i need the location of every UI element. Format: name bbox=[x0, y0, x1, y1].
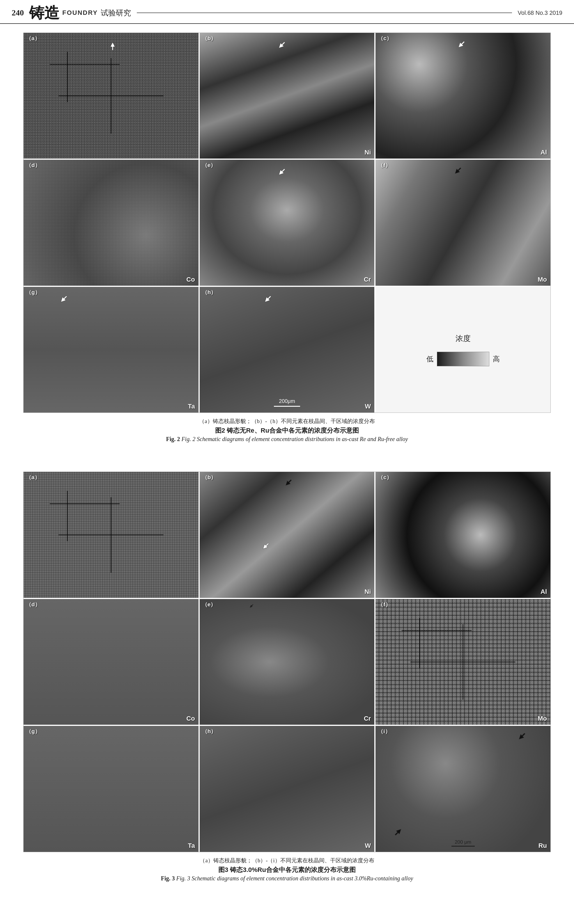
figure-3-cell-h: （h） W bbox=[200, 726, 375, 852]
scale-bar-text-3: 200 μm bbox=[455, 839, 471, 845]
arrow-b bbox=[276, 40, 287, 50]
page-content: （a） （b） Ni （c） Al bbox=[0, 24, 574, 908]
page-number: 240 bbox=[12, 8, 24, 17]
figure-2-cell-f: （f） Mo bbox=[375, 160, 550, 285]
cell-elem-f: Mo bbox=[538, 276, 547, 283]
cell-3-label-h: （h） bbox=[202, 727, 216, 735]
figure-3-caption-sub: （a）铸态枝晶形貌；（b）-（i）不同元素在枝晶间、干区域的浓度分布 bbox=[23, 857, 551, 864]
figure-3-cell-c: （c） Al bbox=[375, 472, 550, 598]
arrow-3-e bbox=[249, 603, 254, 609]
cell-label-f: （f） bbox=[378, 162, 391, 169]
svg-marker-2 bbox=[457, 40, 466, 49]
figure-2-cell-legend: 浓度 低 高 bbox=[375, 287, 550, 412]
cell-elem-g: Ta bbox=[188, 403, 195, 410]
legend-title-2: 浓度 bbox=[456, 334, 471, 343]
cell-3-label-g: （g） bbox=[26, 727, 41, 735]
cell-3-label-i: （i） bbox=[378, 727, 390, 735]
spacer-1 bbox=[23, 457, 551, 472]
figure-3-cell-d: （d） Co bbox=[24, 599, 199, 725]
arrow-g bbox=[58, 294, 69, 304]
cell-3-elem-g: Ta bbox=[188, 842, 195, 850]
figure-2-cell-h: （h） W 200μm bbox=[200, 287, 375, 412]
title-foundry: FOUNDRY bbox=[62, 9, 98, 17]
header-divider bbox=[137, 13, 512, 13]
figure-3-cell-f: （f） Mo bbox=[375, 599, 550, 725]
svg-marker-0 bbox=[110, 42, 115, 50]
svg-marker-4 bbox=[453, 167, 462, 175]
cell-elem-c: Al bbox=[541, 149, 547, 156]
cell-3-elem-i: Ru bbox=[538, 842, 547, 850]
figure-2-cell-b: （b） Ni bbox=[200, 33, 375, 159]
figure-3-cell-e: （e） Cr bbox=[200, 599, 375, 725]
cell-3-elem-e: Cr bbox=[364, 715, 371, 723]
cell-elem-e: Cr bbox=[364, 276, 371, 283]
cell-3-label-f: （f） bbox=[378, 601, 391, 608]
scale-bar-line-3 bbox=[451, 846, 475, 847]
arrow-c bbox=[456, 39, 467, 50]
figure-3-grid: （a） （b） Ni （c） Al （d） Co bbox=[23, 472, 551, 852]
cell-label-h: （h） bbox=[202, 289, 216, 296]
figure-2-section: （a） （b） Ni （c） Al bbox=[23, 33, 551, 442]
cell-label-g: （g） bbox=[26, 289, 41, 296]
figure-2-cell-d: （d） Co bbox=[24, 160, 199, 285]
figure-2-cell-e: （e） Cr bbox=[200, 160, 375, 285]
figure-3-cell-i: （i） Ru 200 μm bbox=[375, 726, 550, 852]
svg-marker-10 bbox=[249, 604, 254, 608]
cell-label-d: （d） bbox=[26, 162, 41, 169]
figure-2-caption-en: Fig. 2 Fig. 2 Schematic diagrams of elem… bbox=[23, 436, 551, 442]
figure-2-caption-sub: （a）铸态枝晶形貌；（b）-（h）不同元素在枝晶间、干区域的浓度分布 bbox=[23, 417, 551, 425]
figure-3-cell-a: （a） bbox=[24, 472, 199, 598]
figure-3-caption-en: Fig. 3 Fig. 3 Schematic diagrams of elem… bbox=[23, 875, 551, 882]
scale-bar-text-2: 200μm bbox=[279, 398, 295, 405]
cell-label-e: （e） bbox=[202, 162, 216, 169]
figure-2-grid: （a） （b） Ni （c） Al bbox=[23, 33, 551, 413]
cell-elem-b: Ni bbox=[364, 149, 371, 156]
svg-marker-8 bbox=[262, 542, 270, 551]
figure-3-cell-b: （b） Ni bbox=[200, 472, 375, 598]
cell-elem-d: Co bbox=[186, 276, 195, 283]
cell-3-elem-d: Co bbox=[186, 715, 195, 723]
figure-2-cell-a: （a） bbox=[24, 33, 199, 159]
cell-3-label-d: （d） bbox=[26, 601, 41, 608]
cell-label-b: （b） bbox=[202, 35, 216, 42]
svg-marker-3 bbox=[277, 168, 286, 176]
arrow-3-i-bottom bbox=[393, 827, 404, 837]
arrow-f bbox=[453, 165, 463, 176]
svg-marker-1 bbox=[277, 41, 286, 49]
cell-label-a: （a） bbox=[26, 35, 40, 42]
arrow-3-i-top bbox=[517, 731, 527, 741]
volume-info: Vol.68 No.3 2019 bbox=[518, 9, 562, 16]
cell-3-elem-c: Al bbox=[541, 588, 547, 595]
svg-marker-6 bbox=[263, 294, 272, 304]
svg-marker-7 bbox=[284, 479, 293, 487]
arrow-a bbox=[107, 41, 118, 52]
figure-2-caption: （a）铸态枝晶形貌；（b）-（h）不同元素在枝晶间、干区域的浓度分布 图2 铸态… bbox=[23, 417, 551, 442]
figure-2-cell-g: （g） Ta bbox=[24, 287, 199, 412]
cell-3-label-a: （a） bbox=[26, 474, 40, 481]
arrow-h bbox=[263, 294, 273, 304]
cell-3-label-c: （c） bbox=[378, 474, 392, 481]
figure-3-section: （a） （b） Ni （c） Al （d） Co bbox=[23, 472, 551, 881]
cell-3-elem-f: Mo bbox=[538, 715, 547, 723]
arrow-e bbox=[276, 167, 287, 177]
figure-2-cell-c: （c） Al bbox=[375, 33, 550, 159]
svg-marker-5 bbox=[59, 294, 68, 304]
arrow-3-b-top bbox=[284, 478, 293, 488]
title-chinese: 试验研究 bbox=[101, 8, 131, 18]
figure-3-caption-cn: 图3 铸态3.0%Ru合金中各元素的浓度分布示意图 bbox=[23, 866, 551, 874]
figure-3-caption: （a）铸态枝晶形貌；（b）-（i）不同元素在枝晶间、干区域的浓度分布 图3 铸态… bbox=[23, 857, 551, 882]
legend-low-2: 低 bbox=[426, 354, 434, 364]
legend-bar-row-2: 低 高 bbox=[426, 352, 500, 366]
cell-elem-h: W bbox=[365, 403, 371, 410]
cell-3-label-b: （b） bbox=[202, 474, 216, 481]
svg-marker-12 bbox=[394, 827, 403, 836]
cell-label-c: （c） bbox=[378, 35, 392, 42]
scale-bar-line-2 bbox=[274, 406, 300, 407]
svg-marker-11 bbox=[517, 732, 526, 741]
cell-3-elem-b: Ni bbox=[364, 588, 371, 595]
title-zhu: 铸造 bbox=[29, 5, 59, 20]
cell-3-label-e: （e） bbox=[202, 601, 216, 608]
journal-title: 铸造 FOUNDRY 试验研究 bbox=[29, 5, 131, 20]
figure-3-cell-g: （g） Ta bbox=[24, 726, 199, 852]
arrow-3-b-mid bbox=[261, 541, 271, 551]
